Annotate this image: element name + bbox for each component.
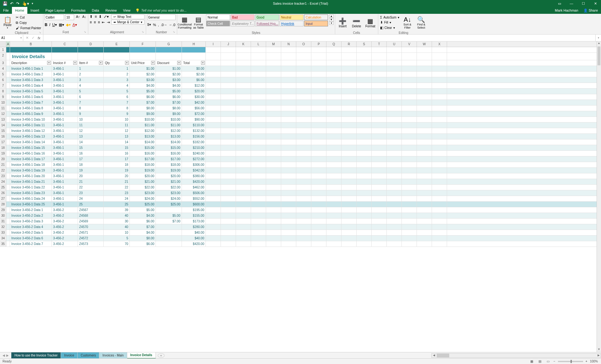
cell-M[interactable] (266, 151, 281, 156)
cell-W[interactable] (417, 128, 432, 133)
cell-A[interactable] (6, 196, 10, 201)
cell-T[interactable] (372, 173, 387, 179)
cell-N[interactable] (281, 207, 296, 213)
cell-V[interactable] (402, 72, 417, 77)
cell-M[interactable] (266, 156, 281, 162)
cell-O[interactable] (296, 94, 311, 100)
cell-R[interactable] (341, 151, 357, 156)
cell-V[interactable] (402, 83, 417, 88)
cell-L[interactable] (251, 196, 266, 201)
column-header-N[interactable]: N (281, 41, 296, 47)
row-header[interactable]: 16 (0, 134, 6, 139)
cell-A[interactable] (6, 72, 10, 77)
cell-S[interactable] (357, 139, 372, 145)
cell-N[interactable] (281, 122, 296, 128)
cell-X[interactable] (432, 72, 447, 77)
row-header[interactable]: 6 (0, 77, 6, 83)
cell-A[interactable] (6, 168, 10, 173)
style-calculation[interactable]: Calculation (304, 14, 328, 20)
cell-I[interactable] (206, 202, 221, 207)
cell-P[interactable] (311, 168, 326, 173)
cell-O[interactable] (296, 173, 311, 179)
cell-U[interactable] (387, 213, 402, 218)
cell-O[interactable] (296, 60, 311, 66)
cell-S[interactable] (357, 190, 372, 196)
cell-K[interactable] (236, 168, 251, 173)
cell-L[interactable] (251, 156, 266, 162)
cell-J[interactable] (221, 156, 236, 162)
cell-O[interactable] (296, 196, 311, 201)
number-format-combo[interactable] (147, 14, 176, 20)
cell-R[interactable] (341, 179, 357, 184)
cell-T[interactable] (372, 111, 387, 117)
cell-R[interactable] (341, 117, 357, 122)
cell-Q[interactable] (326, 185, 341, 190)
cell-N[interactable] (281, 134, 296, 139)
cell-description[interactable]: Invoice 3-456-2 Data 4 (10, 224, 52, 230)
cell-O[interactable] (296, 185, 311, 190)
cell-description[interactable]: Invoice 3-456-1 Data 1 (10, 66, 52, 71)
cell-L[interactable] (251, 72, 266, 77)
cell-K[interactable] (236, 179, 251, 184)
cell-M[interactable] (266, 100, 281, 105)
cell-Q[interactable] (326, 111, 341, 117)
row-header[interactable]: 32 (0, 224, 6, 230)
cell-I[interactable] (206, 60, 221, 66)
cell-description[interactable]: Invoice 3-456-1 Data 20 (10, 173, 52, 179)
cell-total[interactable]: $462.00 (182, 185, 206, 190)
cell-item[interactable]: 11 (78, 122, 104, 128)
cell-X[interactable] (432, 139, 447, 145)
cell-unit-price[interactable]: $9.00 (130, 111, 156, 117)
filter-dropdown-icon[interactable]: ▾ (73, 61, 77, 65)
cell-discount[interactable]: $24.00 (156, 196, 182, 201)
cell-N[interactable] (281, 72, 296, 77)
cell-A[interactable] (6, 236, 10, 241)
cell-item[interactable]: 25 (78, 202, 104, 207)
cell-N[interactable] (281, 117, 296, 122)
column-header-K[interactable]: K (236, 41, 251, 47)
border-button[interactable]: ▦▾ (59, 23, 64, 27)
cell-total[interactable]: $132.00 (182, 128, 206, 133)
row-header[interactable]: 33 (0, 230, 6, 235)
wrap-text-button[interactable]: ↩Wrap Text (111, 14, 145, 19)
cell-V[interactable] (402, 162, 417, 167)
cell-S[interactable] (357, 213, 372, 218)
format-painter-button[interactable]: 🖌Format Painter (15, 26, 42, 30)
cell-K[interactable] (236, 60, 251, 66)
cell[interactable] (130, 53, 156, 60)
cell-P[interactable] (311, 151, 326, 156)
cell-total[interactable]: $210.00 (182, 145, 206, 150)
cell-V[interactable] (402, 168, 417, 173)
cell-R[interactable] (341, 185, 357, 190)
cell-J[interactable] (221, 190, 236, 196)
cell-R[interactable] (341, 77, 357, 83)
banner[interactable] (78, 47, 104, 52)
cell-description[interactable]: Invoice 3-456-1 Data 15 (10, 145, 52, 150)
name-box-dropdown-icon[interactable]: ▾ (20, 36, 22, 39)
cell-O[interactable] (296, 111, 311, 117)
cell-unit-price[interactable]: $14.00 (130, 139, 156, 145)
cell-I[interactable] (206, 196, 221, 201)
cell-qty[interactable]: 15 (104, 145, 130, 150)
cell-X[interactable] (432, 196, 447, 201)
cell-A[interactable] (6, 100, 10, 105)
cell-discount[interactable]: $8.00 (156, 106, 182, 111)
cell-S[interactable] (357, 145, 372, 150)
cell-K[interactable] (236, 241, 251, 247)
cell-W[interactable] (417, 179, 432, 184)
cell-U[interactable] (387, 94, 402, 100)
cell-P[interactable] (311, 47, 326, 52)
cell-Q[interactable] (326, 219, 341, 224)
row-header[interactable]: 29 (0, 207, 6, 213)
cell-O[interactable] (296, 213, 311, 218)
cell-L[interactable] (251, 89, 266, 94)
cell-R[interactable] (341, 145, 357, 150)
cell-invoice[interactable]: 3-456-1 (52, 156, 78, 162)
cell-invoice[interactable]: 3-456-1 (52, 173, 78, 179)
row-header[interactable]: 7 (0, 83, 6, 88)
cell-description[interactable]: Invoice 3-456-2 Data 6 (10, 236, 52, 241)
cell-M[interactable] (266, 128, 281, 133)
cell-discount[interactable]: $1.00 (156, 66, 182, 71)
cell-V[interactable] (402, 122, 417, 128)
cell-Q[interactable] (326, 66, 341, 71)
